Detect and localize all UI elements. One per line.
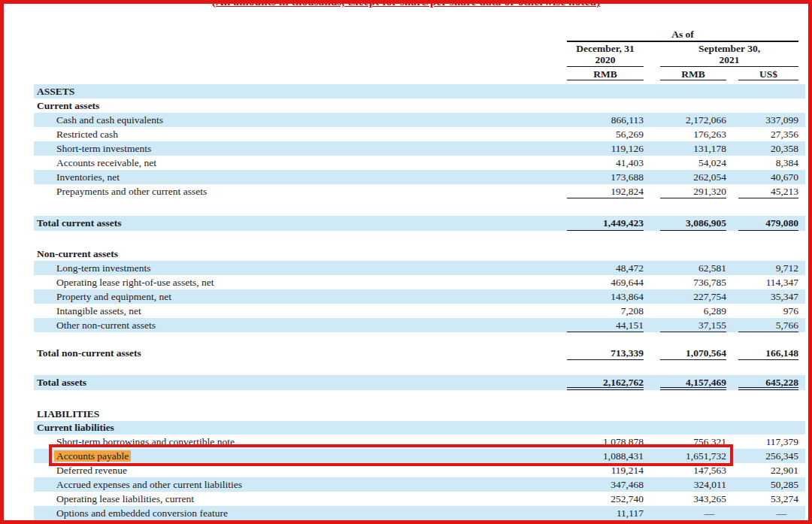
column-gap [644, 275, 660, 289]
row-label: Prepayments and other current assets [34, 184, 567, 198]
value-cell: 56,269 [567, 127, 644, 141]
value-cell: 117,379 [738, 435, 798, 449]
column-gap [726, 261, 738, 275]
value-cell: 736,785 [660, 275, 726, 289]
value-cell: 469,644 [567, 275, 644, 289]
value-cell: 1,449,423 [567, 216, 644, 231]
column-gap [644, 247, 660, 261]
value-cell: 2,172,066 [660, 113, 726, 127]
column-gap [726, 141, 738, 156]
statement-note-title: (All amounts in thousands, except for sh… [4, 0, 808, 8]
table-row: Intangible assets, net7,2086,289976 [34, 304, 805, 318]
column-gap [644, 216, 660, 231]
header-unit-rmb-2020: RMB [567, 68, 644, 80]
column-gap [644, 156, 660, 170]
value-cell [567, 247, 644, 261]
value-cell: 37,155 [660, 318, 726, 332]
header-dates-row: December, 31 2020 September 30, 2021 [34, 43, 805, 67]
value-cell: 256,345 [738, 449, 798, 463]
value-cell [738, 407, 798, 421]
table-row: Long-term investments48,47262,5819,712 [34, 261, 805, 275]
column-gap [726, 275, 738, 289]
value-cell [660, 407, 726, 421]
row-label: Intangible assets, net [34, 304, 567, 318]
value-cell: 44,151 [567, 318, 644, 332]
column-gap [644, 184, 660, 198]
column-gap [644, 141, 660, 156]
value-cell: 173,688 [567, 170, 644, 184]
value-cell: 7,208 [567, 304, 644, 318]
value-cell: 166,148 [738, 346, 798, 360]
column-gap [726, 156, 738, 170]
column-gap [644, 435, 660, 449]
label-highlight: Accounts payable [54, 450, 131, 462]
row-label: Deferred revenue [34, 463, 567, 477]
column-gap [726, 184, 738, 198]
column-gap [644, 98, 660, 113]
table-row: Current liabilities [34, 421, 805, 435]
row-label: Accounts payable [34, 449, 567, 463]
value-cell: 147,563 [660, 463, 726, 477]
column-gap [644, 375, 660, 390]
table-row: Operating lease right-of-use assets, net… [34, 275, 805, 289]
value-cell: 35,347 [738, 289, 798, 304]
column-gap [644, 43, 660, 67]
column-gap [726, 247, 738, 261]
table-row: Property and equipment, net143,864227,75… [34, 289, 805, 304]
value-cell: 119,214 [567, 463, 644, 477]
balance-sheet-table: As of December, 31 2020 September 30, 20… [34, 29, 805, 520]
column-gap [726, 216, 738, 231]
table-row: Prepayments and other current assets192,… [34, 184, 805, 198]
row-label: Total current assets [34, 216, 567, 231]
table-row: Cash and cash equivalents866,1132,172,06… [34, 113, 805, 127]
column-gap [726, 68, 738, 80]
row-label: Property and equipment, net [34, 289, 567, 304]
value-cell: 131,178 [660, 141, 726, 156]
column-gap [644, 407, 660, 421]
row-label: Short-term investments [34, 141, 567, 156]
column-gap [726, 449, 738, 463]
table-row: Options and embedded conversion feature1… [34, 506, 805, 520]
value-cell: 324,011 [660, 477, 726, 492]
column-gap [644, 318, 660, 332]
column-gap [644, 492, 660, 506]
row-label: Current assets [34, 98, 567, 113]
balance-sheet-page: (All amounts in thousands, except for sh… [0, 0, 812, 524]
table-row: Accrued expenses and other current liabi… [34, 477, 805, 492]
column-gap [726, 492, 738, 506]
column-gap [726, 318, 738, 332]
row-label: Other non-current assets [34, 318, 567, 332]
value-cell [660, 84, 726, 98]
column-gap [726, 113, 738, 127]
row-label: Non-current assets [34, 247, 567, 261]
column-gap [726, 375, 738, 390]
row-label: Operating lease right-of-use assets, net [34, 275, 567, 289]
value-cell: 1,078,878 [567, 435, 644, 449]
value-cell [660, 421, 726, 435]
header-as-of: As of [567, 29, 798, 42]
value-cell: 176,263 [660, 127, 726, 141]
row-label: Short-term borrowings and convertible no… [34, 435, 567, 449]
table-row: Current assets [34, 98, 805, 113]
row-label: Restricted cash [34, 127, 567, 141]
value-cell: 40,670 [738, 170, 798, 184]
column-gap [726, 84, 738, 98]
row-label: Long-term investments [34, 261, 567, 275]
value-cell: 347,468 [567, 477, 644, 492]
value-cell: 4,157,469 [660, 375, 726, 390]
header-spacer [34, 68, 567, 80]
table-row: Total non-current assets713,3391,070,564… [34, 346, 805, 360]
row-label: ASSETS [34, 84, 567, 98]
row-label: Accrued expenses and other current liabi… [34, 477, 567, 492]
table-row: Accounts payable1,088,4311,651,732256,34… [34, 449, 805, 463]
column-gap [644, 477, 660, 492]
column-gap [644, 289, 660, 304]
value-cell: 343,265 [660, 492, 726, 506]
value-cell: 9,712 [738, 261, 798, 275]
column-gap [726, 304, 738, 318]
value-cell: 337,099 [738, 113, 798, 127]
value-cell: 6,289 [660, 304, 726, 318]
value-cell: 262,054 [660, 170, 726, 184]
column-gap [726, 407, 738, 421]
value-cell: — [660, 506, 726, 520]
